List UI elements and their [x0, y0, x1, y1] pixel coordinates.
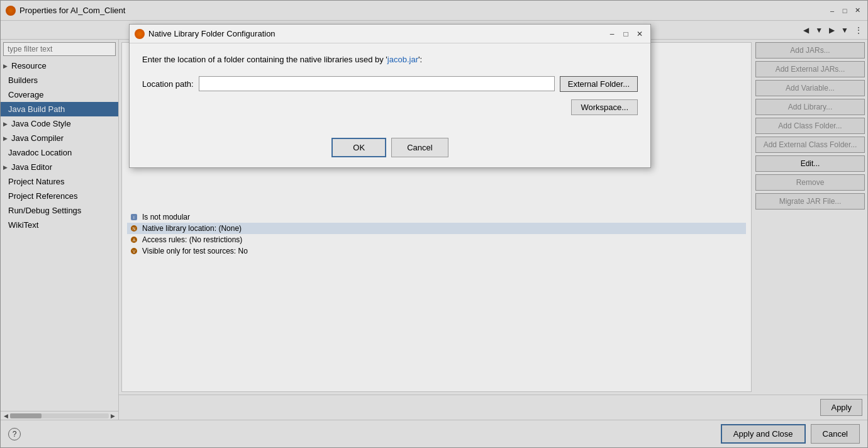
workspace-row: Workspace...: [142, 99, 638, 115]
location-row: Location path: External Folder...: [142, 76, 638, 92]
modal-maximize-button[interactable]: □: [620, 28, 632, 40]
modal-title-bar: Native Library Folder Configuration – □ …: [130, 25, 650, 43]
description-highlight: jacob.jar: [387, 55, 418, 64]
ok-button[interactable]: OK: [331, 138, 386, 157]
modal-overlay: Native Library Folder Configuration – □ …: [0, 0, 868, 448]
modal-cancel-button[interactable]: Cancel: [391, 138, 448, 157]
modal-controls: – □ ✕: [606, 28, 645, 40]
native-library-modal: Native Library Folder Configuration – □ …: [129, 24, 651, 168]
workspace-button[interactable]: Workspace...: [571, 99, 638, 115]
modal-eclipse-icon: [135, 29, 145, 39]
modal-close-button[interactable]: ✕: [634, 28, 645, 40]
modal-body: Enter the location of a folder containin…: [130, 43, 650, 130]
modal-footer: OK Cancel: [130, 130, 650, 167]
location-label: Location path:: [142, 79, 194, 89]
external-folder-button[interactable]: External Folder...: [560, 76, 638, 92]
modal-minimize-button[interactable]: –: [606, 28, 618, 40]
modal-description: Enter the location of a folder containin…: [142, 53, 638, 66]
description-before: Enter the location of a folder containin…: [142, 55, 387, 64]
location-input[interactable]: [199, 76, 555, 91]
modal-title: Native Library Folder Configuration: [148, 29, 606, 38]
description-after: ':: [418, 55, 422, 64]
